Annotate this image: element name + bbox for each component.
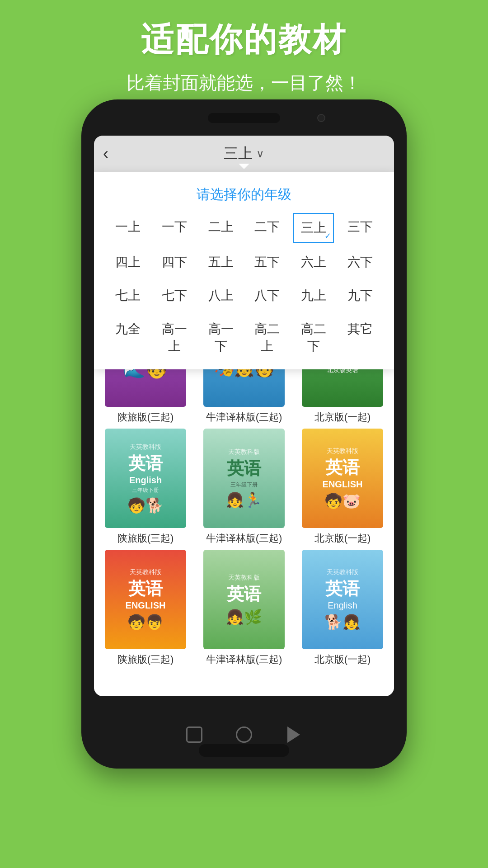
book-title-label: 陕旅版(三起): [117, 532, 174, 545]
book-grade-s: 三年级下册: [132, 486, 159, 494]
book-title-label: 牛津译林版(三起): [206, 532, 282, 545]
book-cover-content: 天英教科版 英语 English 🐕👧: [302, 550, 383, 649]
book-cn-title-y: 英语: [325, 456, 360, 479]
book-cover: 天英教科版 英语 👧🌿: [203, 550, 285, 649]
book-cover-content: 天英教科版 英语 三年级下册 👧🏃: [203, 429, 285, 528]
book-item[interactable]: 天英教科版 英语 👧🌿 牛津译林版(三起): [197, 550, 291, 666]
grade-si-xia[interactable]: 四下: [154, 248, 195, 276]
dropdown-indicator: [239, 164, 249, 169]
grade-gao-yi-xia[interactable]: 高一下: [200, 315, 241, 360]
book-grade-m: 三年级下册: [230, 481, 258, 489]
selected-check-icon: ✓: [324, 231, 331, 241]
book-series-y: 天英教科版: [327, 447, 358, 455]
grade-yi-xia[interactable]: 一下: [154, 213, 195, 243]
book-illus4: 🧒🐕: [127, 497, 164, 514]
book-cn-title-m: 英语: [227, 457, 261, 480]
grade-san-shang[interactable]: 三上✓: [293, 213, 334, 243]
grade-yi-shang[interactable]: 一上: [108, 213, 149, 243]
book-item[interactable]: 天英教科版 英语 ENGLISH 🧒👦 陕旅版(三起): [99, 550, 192, 666]
grade-jiu-shang[interactable]: 九上: [293, 282, 334, 310]
subtitle: 比着封面就能选，一目了然！: [0, 71, 488, 95]
book-title-label: 牛津译林版(三起): [206, 653, 282, 666]
main-title: 适配你的教材: [0, 18, 488, 61]
grade-ba-xia[interactable]: 八下: [247, 282, 288, 310]
grade-qi-shang[interactable]: 七上: [108, 282, 149, 310]
book-title-label: 北京版(一起): [314, 410, 371, 424]
phone-camera: [317, 114, 325, 122]
book-item[interactable]: 天英教科版 英语 English 🐕👧 北京版(一起): [296, 550, 389, 666]
book-cover-content: 天英教科版 英语 English 三年级下册 🧒🐕: [105, 429, 186, 528]
grade-san-xia[interactable]: 三下: [339, 213, 380, 243]
grade-wu-xia[interactable]: 五下: [247, 248, 288, 276]
book-cover: 天英教科版 英语 English 🐕👧: [302, 550, 383, 649]
top-text-area: 适配你的教材 比着封面就能选，一目了然！: [0, 18, 488, 95]
book-series-gl: 天英教科版: [228, 574, 260, 582]
book-title-label: 陕旅版(三起): [117, 653, 174, 666]
grade-prompt: 请选择你的年级: [108, 185, 380, 204]
book-series-s: 天英教科版: [130, 443, 161, 451]
book-cover-content: 天英教科版 英语 ENGLISH 🧒👦: [105, 550, 186, 649]
book-cover: 天英教科版 英语 English 三年级下册 🧒🐕: [105, 429, 186, 528]
nav-home-button[interactable]: [233, 723, 255, 746]
book-series-sb: 天英教科版: [327, 568, 358, 576]
book-illus5: 👧🏃: [226, 491, 262, 509]
book-cover: 天英教科版 英语 ENGLISH 🧒🐷: [302, 429, 383, 528]
grade-er-shang[interactable]: 二上: [200, 213, 241, 243]
home-icon: [236, 726, 252, 743]
book-item[interactable]: 天英教科版 英语 ENGLISH 🧒🐷 北京版(一起): [296, 429, 389, 545]
grade-si-shang[interactable]: 四上: [108, 248, 149, 276]
book-title-label: 牛津译林版(三起): [206, 410, 282, 424]
grade-liu-xia[interactable]: 六下: [339, 248, 380, 276]
grade-qi-ta[interactable]: 其它: [339, 315, 380, 360]
phone-screen: ‹ 三上 ∨ 请选择你的年级 一上 一下 二上 二下 三上✓ 三下 四上 四下: [94, 136, 394, 696]
book-series-m: 天英教科版: [228, 448, 260, 456]
book-title-label: 陕旅版(三起): [117, 410, 174, 424]
app-bar: ‹ 三上 ∨: [94, 136, 394, 172]
book-cn-title-sb: 英语: [325, 577, 360, 600]
book-cover: 天英教科版 英语 ENGLISH 🧒👦: [105, 550, 186, 649]
book-en-title-ry: ENGLISH: [126, 600, 166, 611]
grade-er-xia[interactable]: 二下: [247, 213, 288, 243]
grade-gao-er-shang[interactable]: 高二上: [247, 315, 288, 360]
grade-gao-er-xia[interactable]: 高二下: [293, 315, 334, 360]
book-illus6: 🧒🐷: [324, 492, 361, 509]
grade-ba-shang[interactable]: 八上: [200, 282, 241, 310]
book-en-title-y: ENGLISH: [323, 479, 363, 490]
app-bar-title[interactable]: 三上 ∨: [224, 144, 264, 164]
book-illus8: 👧🌿: [226, 609, 262, 626]
book-illus7: 🧒👦: [127, 613, 164, 631]
book-illus9: 🐕👧: [324, 613, 361, 631]
book-cn-title-gl: 英语: [227, 583, 261, 606]
book-cover-content: 天英教科版 英语 👧🌿: [203, 550, 285, 649]
phone-device: ‹ 三上 ∨ 请选择你的年级 一上 一下 二上 二下 三上✓ 三下 四上 四下: [81, 99, 407, 769]
book-title-label: 北京版(一起): [314, 532, 371, 545]
current-grade-label: 三上: [224, 144, 253, 164]
phone-bottom-speaker: [199, 744, 289, 757]
phone-nav-bar: [183, 723, 305, 746]
book-en-title-sb: English: [328, 600, 357, 611]
grade-grid: 一上 一下 二上 二下 三上✓ 三下 四上 四下 五上 五下 六上 六下 七上 …: [108, 213, 380, 360]
grade-liu-shang[interactable]: 六上: [293, 248, 334, 276]
back-icon: [287, 726, 300, 743]
grade-dropdown: 请选择你的年级 一上 一下 二上 二下 三上✓ 三下 四上 四下 五上 五下 六…: [94, 172, 394, 369]
book-cover-content: 天英教科版 英语 ENGLISH 🧒🐷: [302, 429, 383, 528]
recent-icon: [186, 726, 202, 743]
book-item[interactable]: 天英教科版 英语 English 三年级下册 🧒🐕 陕旅版(三起): [99, 429, 192, 545]
nav-back-button[interactable]: [282, 723, 305, 746]
book-cover: 天英教科版 英语 三年级下册 👧🏃: [203, 429, 285, 528]
phone-speaker: [208, 113, 280, 123]
grade-qi-xia[interactable]: 七下: [154, 282, 195, 310]
nav-recent-button[interactable]: [183, 723, 206, 746]
grade-jiu-xia[interactable]: 九下: [339, 282, 380, 310]
grade-jiu-quan[interactable]: 九全: [108, 315, 149, 360]
book-item[interactable]: 天英教科版 英语 三年级下册 👧🏃 牛津译林版(三起): [197, 429, 291, 545]
grade-wu-shang[interactable]: 五上: [200, 248, 241, 276]
dropdown-arrow-icon: ∨: [256, 147, 264, 160]
back-button[interactable]: ‹: [103, 144, 108, 163]
book-title-label: 北京版(一起): [314, 653, 371, 666]
book-series-ry: 天英教科版: [130, 568, 161, 576]
grade-gao-yi-shang[interactable]: 高一上: [154, 315, 195, 360]
book-en-title: English: [129, 475, 162, 486]
book-cn-title-ry: 英语: [128, 577, 163, 600]
book-cn-title: 英语: [128, 452, 163, 475]
